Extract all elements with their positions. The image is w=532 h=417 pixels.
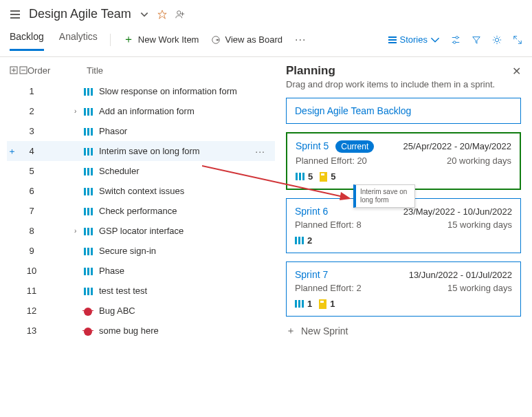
work-item-title[interactable]: Add an information form xyxy=(99,106,255,116)
row-order: 5 xyxy=(16,166,47,176)
user-story-icon xyxy=(84,146,95,156)
story-count: 2 xyxy=(307,235,312,246)
svg-point-12 xyxy=(456,36,458,39)
work-item-title[interactable]: Bug ABC xyxy=(99,306,255,316)
work-item-title[interactable]: Interim save on long form xyxy=(99,146,255,156)
user-story-icon xyxy=(84,126,95,136)
add-child-button[interactable]: ＋ xyxy=(7,145,16,158)
backlog-row[interactable]: ＋ 11 test test test ··· xyxy=(7,281,275,301)
gear-icon[interactable] xyxy=(492,34,502,45)
backlog-row[interactable]: ＋ 1 Slow response on information form ··… xyxy=(7,81,275,101)
new-sprint-button[interactable]: ＋ New Sprint xyxy=(286,325,521,337)
planning-subtitle: Drag and drop work items to include them… xyxy=(286,79,521,89)
backlog-row[interactable]: ＋ 2 › Add an information form ··· xyxy=(7,101,275,121)
backlog-row[interactable]: ＋ 9 Secure sign-in ··· xyxy=(7,241,275,261)
page-header: Design Agile Team xyxy=(0,0,532,28)
view-tabs: Backlog Analytics xyxy=(10,28,98,51)
work-item-title[interactable]: some bug here xyxy=(99,325,255,336)
planned-effort: Planned Effort: 8 xyxy=(295,220,362,230)
filter-icon[interactable] xyxy=(472,34,481,45)
svg-marker-22 xyxy=(340,192,351,200)
row-order: 7 xyxy=(16,206,47,216)
view-as-board-button[interactable]: View as Board xyxy=(211,32,282,48)
favorite-star-icon[interactable] xyxy=(157,9,167,20)
work-item-title[interactable]: Check performance xyxy=(99,206,255,216)
work-item-title[interactable]: test test test xyxy=(99,286,255,296)
work-item-title[interactable]: GSP locator interface xyxy=(99,226,255,236)
row-order: 10 xyxy=(16,266,47,276)
user-story-icon xyxy=(84,226,95,236)
expand-caret[interactable]: › xyxy=(74,107,84,115)
backlog-row[interactable]: ＋ 10 Phase ··· xyxy=(7,261,275,281)
fullscreen-icon[interactable] xyxy=(513,34,522,45)
user-story-icon xyxy=(295,300,304,308)
settings-sliders-icon[interactable] xyxy=(451,34,461,45)
work-item-title[interactable]: Secure sign-in xyxy=(99,246,255,256)
new-sprint-label: New Sprint xyxy=(301,325,348,336)
working-days: 20 working days xyxy=(447,156,511,166)
user-story-icon xyxy=(84,186,95,196)
divider xyxy=(110,34,111,46)
more-actions-button[interactable]: ··· xyxy=(295,34,306,46)
team-dropdown-chevron[interactable] xyxy=(140,9,149,20)
work-item-title[interactable]: Slow response on information form xyxy=(99,86,255,96)
sprint-name[interactable]: Sprint 7 xyxy=(295,269,328,280)
work-item-title[interactable]: Phase xyxy=(99,266,255,276)
backlog-column: Order Title ＋ 1 Slow response on informa… xyxy=(0,57,275,412)
right-tools: Stories xyxy=(388,34,522,45)
title-column-header[interactable]: Title xyxy=(67,65,103,76)
sprint-card[interactable]: Sprint 7 13/Jun/2022 - 01/Jul/2022 Plann… xyxy=(286,261,521,317)
column-headers: Order Title xyxy=(7,63,275,81)
row-order: 2 xyxy=(16,106,47,116)
backlog-row[interactable]: ＋ 4 Interim save on long form ··· xyxy=(7,141,275,161)
view-as-board-label: View as Board xyxy=(225,34,282,45)
sprint-name[interactable]: Sprint 5 xyxy=(296,140,329,151)
row-order: 8 xyxy=(16,226,47,236)
toolbar: Backlog Analytics ＋ New Work Item View a… xyxy=(0,28,532,57)
planned-effort: Planned Effort: 2 xyxy=(295,283,362,293)
row-order: 3 xyxy=(16,126,47,136)
backlog-drop-target[interactable]: Design Agile Team Backlog xyxy=(286,98,521,124)
new-work-item-button[interactable]: ＋ New Work Item xyxy=(123,30,199,50)
user-story-icon xyxy=(84,166,95,176)
drag-ghost-item: Interim save on long form xyxy=(353,184,415,208)
user-story-icon xyxy=(84,266,95,276)
stories-icon xyxy=(388,34,397,45)
svg-rect-1 xyxy=(10,14,20,15)
user-story-icon xyxy=(84,246,95,256)
bug-icon xyxy=(84,325,95,336)
stories-filter-button[interactable]: Stories xyxy=(388,34,440,45)
expand-caret[interactable]: › xyxy=(74,227,84,235)
tab-analytics[interactable]: Analytics xyxy=(59,28,98,51)
task-icon xyxy=(319,299,326,309)
backlog-row[interactable]: ＋ 12 Bug ABC ··· xyxy=(7,301,275,321)
row-order: 1 xyxy=(16,86,47,96)
row-order: 11 xyxy=(16,286,47,296)
backlog-row[interactable]: ＋ 13 some bug here ··· xyxy=(7,321,275,341)
svg-rect-9 xyxy=(388,39,397,41)
svg-rect-10 xyxy=(388,42,397,43)
work-item-title[interactable]: Phasor xyxy=(99,126,255,136)
row-more-actions[interactable]: ··· xyxy=(255,146,265,157)
svg-point-3 xyxy=(177,11,180,14)
working-days: 15 working days xyxy=(447,220,512,230)
svg-line-21 xyxy=(202,166,346,197)
backlog-row[interactable]: ＋ 3 Phasor ··· xyxy=(7,121,275,141)
close-planning-button[interactable]: ✕ xyxy=(512,65,521,78)
row-order: 4 xyxy=(16,146,47,156)
svg-rect-8 xyxy=(388,36,397,38)
order-column-header[interactable]: Order xyxy=(27,65,67,76)
expand-collapse-icons[interactable] xyxy=(7,65,27,76)
sprint-name[interactable]: Sprint 6 xyxy=(295,206,328,217)
team-members-icon[interactable] xyxy=(175,9,185,20)
sprint-dates: 23/May/2022 - 10/Jun/2022 xyxy=(403,206,512,217)
backlog-row[interactable]: ＋ 8 › GSP locator interface ··· xyxy=(7,221,275,241)
svg-marker-7 xyxy=(217,39,219,42)
chevron-down-icon xyxy=(430,34,440,45)
sprint-dates: 13/Jun/2022 - 01/Jul/2022 xyxy=(409,270,512,280)
task-count: 1 xyxy=(330,299,335,309)
team-title[interactable]: Design Agile Team xyxy=(29,7,131,21)
plus-icon: ＋ xyxy=(286,325,296,337)
sprint-dates: 25/Apr/2022 - 20/May/2022 xyxy=(403,141,511,151)
tab-backlog[interactable]: Backlog xyxy=(10,28,44,51)
